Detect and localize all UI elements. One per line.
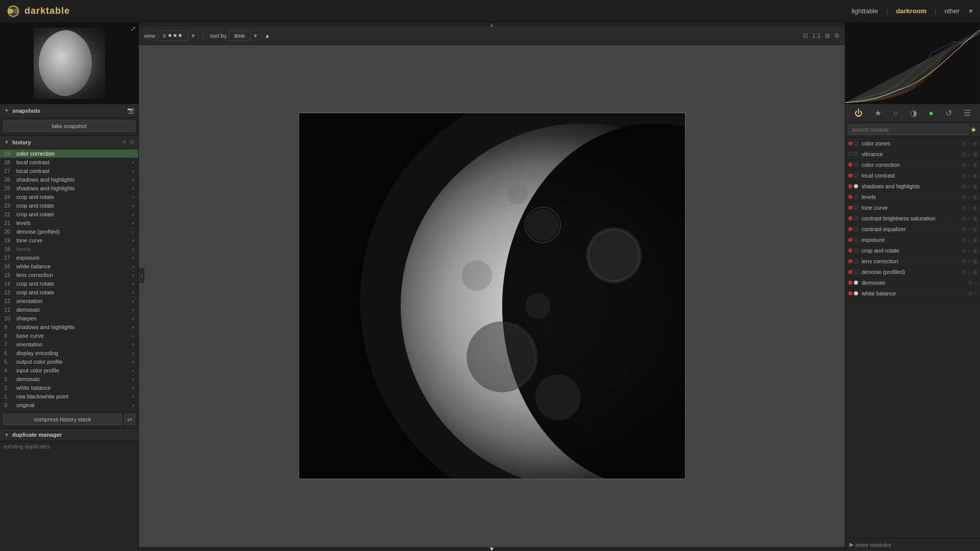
module-action-2[interactable]: ⊞ <box>973 184 977 189</box>
history-item[interactable]: 3demosaic● <box>0 375 138 384</box>
color-icon[interactable]: ● <box>927 108 936 119</box>
module-item[interactable]: lens correction↺○⊞ <box>845 256 980 267</box>
module-action-2[interactable]: ⊞ <box>973 173 977 179</box>
left-panel-toggle[interactable]: ‹ <box>139 267 145 284</box>
module-action-1[interactable]: ○ <box>974 280 977 286</box>
image-area[interactable] <box>139 45 845 547</box>
module-item[interactable]: local contrast↺○⊞ <box>845 170 980 181</box>
module-action-0[interactable]: ↺ <box>962 194 966 200</box>
history-clear-icon[interactable]: ✕ <box>122 139 127 145</box>
module-action-2[interactable]: ⊞ <box>973 248 977 254</box>
module-action-1[interactable]: ○ <box>968 237 971 243</box>
presets-icon[interactable]: ☰ <box>962 107 973 119</box>
sort-value[interactable]: time <box>229 31 251 41</box>
logo[interactable]: darktable <box>6 4 70 18</box>
history-item[interactable]: 12orientation● <box>0 297 138 306</box>
settings-icon[interactable]: ⚙ <box>834 32 840 39</box>
history-item[interactable]: 15lens correction● <box>0 271 138 280</box>
module-item[interactable]: crop and rotate↺○⊞ <box>845 245 980 256</box>
module-action-1[interactable]: ○ <box>974 291 977 296</box>
zoom-fit-icon[interactable]: ⊡ <box>803 32 808 39</box>
module-item[interactable]: contrast equalizer↺○⊞ <box>845 224 980 235</box>
history-item[interactable]: 26shadows and highlights● <box>0 176 138 184</box>
module-action-1[interactable]: ○ <box>968 216 971 221</box>
module-item[interactable]: white balance↺○ <box>845 288 980 299</box>
view-value[interactable]: ≥ ★★★ <box>157 30 188 41</box>
module-action-1[interactable]: ○ <box>968 269 971 275</box>
history-item[interactable]: 20denoise (profiled)● <box>0 228 138 236</box>
reset-icon[interactable]: ↺ <box>943 107 954 119</box>
module-item[interactable]: demosaic↺○ <box>845 278 980 288</box>
module-action-0[interactable]: ↺ <box>962 269 966 275</box>
history-item[interactable]: 5output color profile● <box>0 358 138 366</box>
history-item[interactable]: 4input color profile● <box>0 366 138 375</box>
search-favorite-icon[interactable]: ★ <box>970 126 977 134</box>
zoom-fill-icon[interactable]: ⊞ <box>825 32 830 39</box>
history-item[interactable]: 21levels● <box>0 219 138 228</box>
module-action-1[interactable]: ○ <box>968 205 971 211</box>
star-icon[interactable]: ★ <box>872 107 884 119</box>
thumbnail-expand-icon[interactable]: ⤢ <box>130 24 136 33</box>
compress-history-button[interactable]: compress history stack <box>3 414 122 425</box>
module-action-1[interactable]: ○ <box>968 248 971 254</box>
history-item[interactable]: 23crop and rotate● <box>0 202 138 210</box>
module-item[interactable]: color zones↺○⊞ <box>845 138 980 149</box>
module-action-2[interactable]: ⊞ <box>973 162 977 168</box>
module-action-0[interactable]: ↺ <box>968 280 972 286</box>
module-action-0[interactable]: ↺ <box>962 184 966 189</box>
module-action-2[interactable]: ⊞ <box>973 237 977 243</box>
history-item[interactable]: 10sharpen● <box>0 314 138 323</box>
history-item[interactable]: 24crop and rotate● <box>0 193 138 202</box>
history-item[interactable]: 14crop and rotate● <box>0 280 138 288</box>
module-action-2[interactable]: ⊞ <box>973 141 977 146</box>
history-item[interactable]: 27local contrast● <box>0 167 138 176</box>
module-action-1[interactable]: ○ <box>968 259 971 264</box>
module-action-0[interactable]: ↺ <box>968 291 972 296</box>
view-arrow-icon[interactable]: ▼ <box>190 33 196 39</box>
module-item[interactable]: denoise (profiled)↺○⊞ <box>845 267 980 278</box>
filmstrip-bottom[interactable]: ▼ <box>139 547 845 551</box>
history-item[interactable]: 9shadows and highlights● <box>0 323 138 332</box>
filmstrip-top[interactable]: ▲ <box>139 22 845 27</box>
module-action-0[interactable]: ↺ <box>962 227 966 232</box>
module-item[interactable]: tone curve↺○⊞ <box>845 203 980 213</box>
module-action-0[interactable]: ↺ <box>962 162 966 168</box>
history-item[interactable]: 17exposure● <box>0 254 138 262</box>
search-module-input[interactable] <box>848 124 968 135</box>
history-header[interactable]: ▼ history ✕ ⊟ <box>0 136 138 148</box>
take-snapshot-button[interactable]: take snapshot <box>3 120 135 132</box>
module-action-2[interactable]: ⊞ <box>973 259 977 264</box>
nav-other[interactable]: other <box>944 7 960 15</box>
module-action-1[interactable]: ○ <box>968 173 971 179</box>
history-item[interactable]: 28local contrast● <box>0 158 138 167</box>
circle-icon[interactable]: ○ <box>891 108 900 119</box>
history-item[interactable]: 19tone curve● <box>0 236 138 245</box>
nav-lighttable[interactable]: lighttable <box>851 7 878 15</box>
module-item[interactable]: contrast brightness saturation↺○⊞ <box>845 213 980 224</box>
history-item[interactable]: 22crop and rotate● <box>0 210 138 219</box>
sort-direction-icon[interactable]: ▲ <box>264 32 271 39</box>
module-action-1[interactable]: ○ <box>968 227 971 232</box>
module-item[interactable]: vibrance↺○⊞ <box>845 149 980 160</box>
history-item[interactable]: 1raw black/white point● <box>0 392 138 401</box>
module-action-2[interactable]: ⊞ <box>973 216 977 221</box>
compress-extra-icon[interactable]: ⇌ <box>124 414 135 425</box>
power-icon[interactable]: ⏻ <box>852 108 865 119</box>
history-item[interactable]: 25shadows and highlights● <box>0 184 138 193</box>
module-action-2[interactable]: ⊞ <box>973 269 977 275</box>
module-action-1[interactable]: ○ <box>968 162 971 168</box>
history-item[interactable]: 18levels● <box>0 245 138 254</box>
history-item[interactable]: 29color correction● <box>0 149 138 158</box>
module-action-1[interactable]: ○ <box>968 141 971 146</box>
module-action-0[interactable]: ↺ <box>962 216 966 221</box>
module-action-1[interactable]: ○ <box>968 184 971 189</box>
module-item[interactable]: levels↺○⊞ <box>845 192 980 203</box>
module-action-0[interactable]: ↺ <box>962 259 966 264</box>
module-action-0[interactable]: ↺ <box>962 248 966 254</box>
module-action-2[interactable]: ⊞ <box>973 227 977 232</box>
module-action-0[interactable]: ↺ <box>962 205 966 211</box>
circle-half-icon[interactable]: ◑ <box>908 107 919 119</box>
module-action-0[interactable]: ↺ <box>962 237 966 243</box>
history-item[interactable]: 0original● <box>0 401 138 410</box>
more-modules[interactable]: ▶ more modules <box>845 538 980 551</box>
